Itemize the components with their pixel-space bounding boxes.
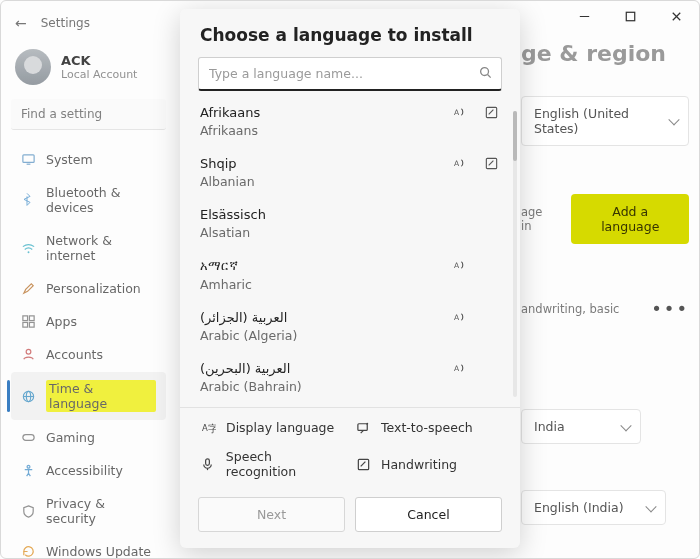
sidebar-item-apps[interactable]: Apps bbox=[11, 306, 166, 337]
tts-icon: A bbox=[452, 105, 468, 120]
more-icon[interactable]: ••• bbox=[651, 298, 689, 319]
language-region-page: ge & region English (United States) age … bbox=[521, 41, 689, 548]
find-setting-input[interactable] bbox=[11, 99, 166, 130]
language-english: Arabic (Algeria) bbox=[200, 328, 436, 343]
handwriting-icon bbox=[355, 457, 371, 472]
app-title: Settings bbox=[41, 16, 90, 30]
svg-rect-32 bbox=[358, 459, 368, 469]
access-icon bbox=[21, 463, 36, 478]
svg-rect-10 bbox=[29, 322, 34, 327]
close-button[interactable] bbox=[653, 1, 699, 31]
language-native: العربية (البحرين) bbox=[200, 361, 436, 376]
shield-icon bbox=[21, 504, 36, 519]
language-english: Alsatian bbox=[200, 225, 436, 240]
next-button[interactable]: Next bbox=[198, 497, 345, 532]
sidebar-item-gaming[interactable]: Gaming bbox=[11, 422, 166, 453]
tts-icon: A bbox=[452, 361, 468, 376]
language-item[interactable]: العربية (الجزائر)Arabic (Algeria)A bbox=[200, 310, 500, 343]
language-english: Albanian bbox=[200, 174, 436, 189]
svg-text:字: 字 bbox=[207, 422, 215, 434]
language-native: Shqip bbox=[200, 156, 436, 171]
svg-rect-7 bbox=[23, 316, 28, 321]
svg-text:A: A bbox=[454, 313, 460, 322]
scrollbar[interactable] bbox=[513, 111, 517, 397]
language-english: Arabic (Bahrain) bbox=[200, 379, 436, 394]
sidebar-item-privacy-security[interactable]: Privacy & security bbox=[11, 488, 166, 534]
profile-block[interactable]: ACK Local Account bbox=[11, 45, 166, 99]
back-icon[interactable]: ← bbox=[15, 15, 27, 31]
svg-rect-4 bbox=[23, 155, 34, 163]
svg-point-11 bbox=[26, 349, 31, 354]
minimize-button[interactable] bbox=[561, 1, 607, 31]
tts-icon bbox=[355, 420, 371, 435]
sidebar-item-accessibility[interactable]: Accessibility bbox=[11, 455, 166, 486]
display-language-value: English (United States) bbox=[534, 106, 660, 136]
svg-rect-20 bbox=[486, 107, 496, 117]
sidebar-item-system[interactable]: System bbox=[11, 144, 166, 175]
sidebar-item-label: Accounts bbox=[46, 347, 103, 362]
cancel-button[interactable]: Cancel bbox=[355, 497, 502, 532]
profile-sub: Local Account bbox=[61, 68, 137, 81]
legend-speech: Speech recognition bbox=[200, 449, 345, 479]
language-item[interactable]: ElsässischAlsatian bbox=[200, 207, 500, 240]
language-native: Elsässisch bbox=[200, 207, 436, 222]
handwriting-icon bbox=[484, 156, 500, 171]
sidebar-item-time-language[interactable]: Time & language bbox=[11, 372, 166, 420]
page-title: ge & region bbox=[521, 41, 689, 66]
update-icon bbox=[21, 544, 36, 559]
sidebar-item-network-internet[interactable]: Network & internet bbox=[11, 225, 166, 271]
choose-language-dialog: Choose a language to install AfrikaansAf… bbox=[180, 9, 520, 548]
display-icon bbox=[21, 152, 36, 167]
language-item[interactable]: AfrikaansAfrikaansA bbox=[200, 105, 500, 138]
capability-legend: A字 Display language Text-to-speech Speec… bbox=[180, 407, 520, 489]
profile-name: ACK bbox=[61, 53, 137, 68]
grid-icon bbox=[21, 314, 36, 329]
language-english: Afrikaans bbox=[200, 123, 436, 138]
language-native: العربية (الجزائر) bbox=[200, 310, 436, 325]
legend-handwriting: Handwriting bbox=[355, 449, 500, 479]
dialog-title: Choose a language to install bbox=[180, 9, 520, 57]
sidebar-item-windows-update[interactable]: Windows Update bbox=[11, 536, 166, 559]
sidebar-item-label: Accessibility bbox=[46, 463, 123, 478]
wifi-icon bbox=[21, 241, 36, 256]
svg-text:A: A bbox=[454, 159, 460, 168]
sidebar-item-label: System bbox=[46, 152, 93, 167]
language-item[interactable]: አማርኛAmharicA bbox=[200, 258, 500, 292]
svg-point-6 bbox=[28, 251, 30, 253]
sidebar-item-accounts[interactable]: Accounts bbox=[11, 339, 166, 370]
brush-icon bbox=[21, 281, 36, 296]
search-icon bbox=[478, 65, 493, 83]
sidebar-item-personalization[interactable]: Personalization bbox=[11, 273, 166, 304]
sidebar-item-label: Privacy & security bbox=[46, 496, 156, 526]
sidebar-item-label: Apps bbox=[46, 314, 77, 329]
nav-list: SystemBluetooth & devicesNetwork & inter… bbox=[11, 144, 166, 559]
svg-rect-15 bbox=[23, 435, 34, 441]
country-select[interactable]: India bbox=[521, 409, 641, 444]
language-search-input[interactable] bbox=[198, 57, 502, 91]
game-icon bbox=[21, 430, 36, 445]
language-english: Amharic bbox=[200, 277, 436, 292]
tts-icon: A bbox=[452, 310, 468, 325]
svg-rect-30 bbox=[206, 458, 210, 465]
tts-icon: A bbox=[452, 156, 468, 171]
handwriting-icon bbox=[484, 105, 500, 120]
legend-tts: Text-to-speech bbox=[355, 420, 500, 435]
typing-hint: age in bbox=[521, 205, 553, 233]
add-language-button[interactable]: Add a language bbox=[571, 194, 689, 244]
sidebar-item-bluetooth-devices[interactable]: Bluetooth & devices bbox=[11, 177, 166, 223]
language-list: AfrikaansAfrikaansAShqipAlbanianAElsässi… bbox=[180, 101, 514, 398]
svg-text:A: A bbox=[454, 108, 460, 117]
window-controls bbox=[561, 1, 699, 31]
svg-text:A: A bbox=[454, 364, 460, 373]
sidebar-item-label: Personalization bbox=[46, 281, 141, 296]
maximize-button[interactable] bbox=[607, 1, 653, 31]
language-item[interactable]: ShqipAlbanianA bbox=[200, 156, 500, 189]
regional-format-select[interactable]: English (India) bbox=[521, 490, 666, 525]
avatar bbox=[15, 49, 51, 85]
sidebar-item-label: Time & language bbox=[46, 380, 156, 412]
language-item[interactable]: العربية (البحرين)Arabic (Bahrain)A bbox=[200, 361, 500, 394]
display-language-select[interactable]: English (United States) bbox=[521, 96, 689, 146]
sidebar-item-label: Bluetooth & devices bbox=[46, 185, 156, 215]
svg-point-17 bbox=[481, 68, 489, 76]
features-hint: andwriting, basic bbox=[521, 302, 619, 316]
